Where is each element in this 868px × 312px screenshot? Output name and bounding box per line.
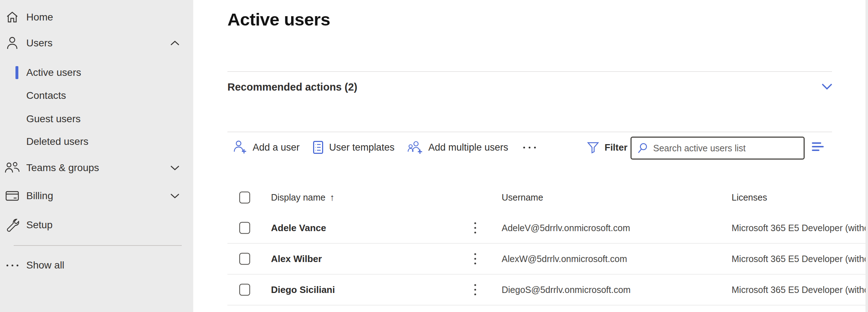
sidebar-item-label: Contacts — [26, 90, 66, 101]
sidebar-item-home[interactable]: Home — [0, 6, 193, 29]
username-cell: AdeleV@5drrlv.onmicrosoft.com — [502, 223, 630, 233]
add-multiple-users-label: Add multiple users — [428, 142, 508, 153]
ellipsis-horizontal-icon — [3, 265, 22, 266]
username-header-label: Username — [502, 192, 543, 202]
filter-button[interactable]: Filter — [587, 136, 628, 159]
sidebar-item-label: Teams & groups — [26, 162, 99, 174]
sidebar-item-show-all[interactable]: Show all — [0, 254, 193, 277]
user-templates-label: User templates — [329, 142, 395, 153]
username-cell: DiegoS@5drrlv.onmicrosoft.com — [502, 285, 630, 295]
toolbar: Add a user User templates Add mu — [233, 136, 538, 159]
magnifier-icon — [637, 143, 648, 153]
person-icon — [3, 36, 22, 50]
title-divider — [227, 71, 832, 72]
sidebar-item-billing[interactable]: Billing — [0, 184, 193, 207]
sidebar-item-label: Deleted users — [26, 136, 89, 147]
table-body: Adele Vance AdeleV@5drrlv.onmicrosoft.co… — [227, 213, 866, 306]
chevron-down-icon[interactable] — [170, 193, 180, 199]
filter-label: Filter — [605, 142, 628, 153]
display-name-header-label: Display name — [271, 192, 325, 202]
left-nav: Home Users Active users Contacts Guest u… — [0, 0, 193, 312]
table-row[interactable]: Alex Wilber AlexW@5drrlv.onmicrosoft.com… — [227, 244, 866, 275]
toolbar-more-button[interactable] — [521, 147, 538, 148]
row-more-button[interactable] — [473, 221, 478, 235]
display-name-cell[interactable]: Diego Siciliani — [271, 284, 335, 295]
add-user-button[interactable]: Add a user — [233, 140, 300, 155]
column-header-display-name[interactable]: Display name↑ — [271, 192, 334, 203]
sidebar-item-teams-groups[interactable]: Teams & groups — [0, 156, 193, 179]
credit-card-icon — [3, 190, 22, 202]
add-multiple-users-button[interactable]: Add multiple users — [407, 140, 508, 155]
arrow-up-icon: ↑ — [330, 192, 334, 203]
funnel-icon — [587, 141, 600, 154]
sidebar-item-label: Show all — [26, 260, 64, 271]
filter-lines-icon[interactable] — [812, 142, 824, 153]
display-name-cell[interactable]: Alex Wilber — [271, 253, 322, 265]
column-header-licenses[interactable]: Licenses — [732, 192, 767, 203]
sidebar-item-label: Setup — [26, 219, 53, 231]
sidebar-item-contacts[interactable]: Contacts — [0, 84, 193, 107]
sidebar-item-label: Users — [26, 37, 53, 49]
people-icon — [3, 161, 22, 174]
chevron-down-icon[interactable] — [821, 83, 833, 91]
recommended-actions-header[interactable]: Recommended actions (2) — [227, 81, 357, 93]
select-all-checkbox[interactable] — [239, 192, 250, 203]
licenses-cell: Microsoft 365 E5 Developer (withou — [732, 223, 866, 233]
sidebar-item-users[interactable]: Users — [0, 32, 193, 55]
sidebar-item-label: Billing — [26, 190, 53, 202]
add-user-label: Add a user — [253, 142, 300, 153]
table-header-row: Display name↑ Username Licenses — [227, 182, 866, 213]
licenses-header-label: Licenses — [732, 192, 767, 202]
scrollbar-track[interactable] — [865, 0, 868, 312]
row-checkbox[interactable] — [239, 284, 250, 296]
row-checkbox[interactable] — [239, 222, 250, 234]
table-row[interactable]: Adele Vance AdeleV@5drrlv.onmicrosoft.co… — [227, 213, 866, 244]
chevron-down-icon[interactable] — [170, 165, 180, 171]
selected-indicator — [15, 66, 18, 79]
row-more-button[interactable] — [473, 283, 478, 297]
wrench-icon — [3, 218, 22, 232]
user-templates-button[interactable]: User templates — [313, 141, 395, 154]
sidebar-item-label: Guest users — [26, 113, 81, 125]
table-row[interactable]: Diego Siciliani DiegoS@5drrlv.onmicrosof… — [227, 275, 866, 306]
toolbar-divider — [227, 132, 832, 132]
row-more-button[interactable] — [473, 252, 478, 266]
sidebar-item-label: Home — [26, 12, 53, 23]
search-input[interactable] — [653, 143, 799, 153]
username-cell: AlexW@5drrlv.onmicrosoft.com — [502, 254, 627, 264]
template-list-icon — [313, 141, 324, 154]
display-name-cell[interactable]: Adele Vance — [271, 222, 326, 234]
home-icon — [3, 10, 22, 24]
column-header-username[interactable]: Username — [502, 192, 543, 203]
licenses-cell: Microsoft 365 E5 Developer (withou — [732, 254, 866, 264]
row-checkbox[interactable] — [239, 253, 250, 265]
sidebar-divider — [14, 245, 182, 246]
sidebar-item-guest-users[interactable]: Guest users — [0, 107, 193, 130]
page-title: Active users — [227, 9, 330, 29]
person-add-icon — [233, 140, 247, 155]
chevron-up-icon[interactable] — [170, 40, 180, 46]
search-box — [630, 137, 805, 160]
sidebar-item-deleted-users[interactable]: Deleted users — [0, 130, 193, 153]
sidebar-item-label: Active users — [26, 67, 81, 78]
people-add-icon — [407, 140, 422, 155]
licenses-cell: Microsoft 365 E5 Developer (withou — [732, 285, 866, 295]
sidebar-item-active-users[interactable]: Active users — [0, 61, 193, 84]
sidebar-item-setup[interactable]: Setup — [0, 214, 193, 237]
